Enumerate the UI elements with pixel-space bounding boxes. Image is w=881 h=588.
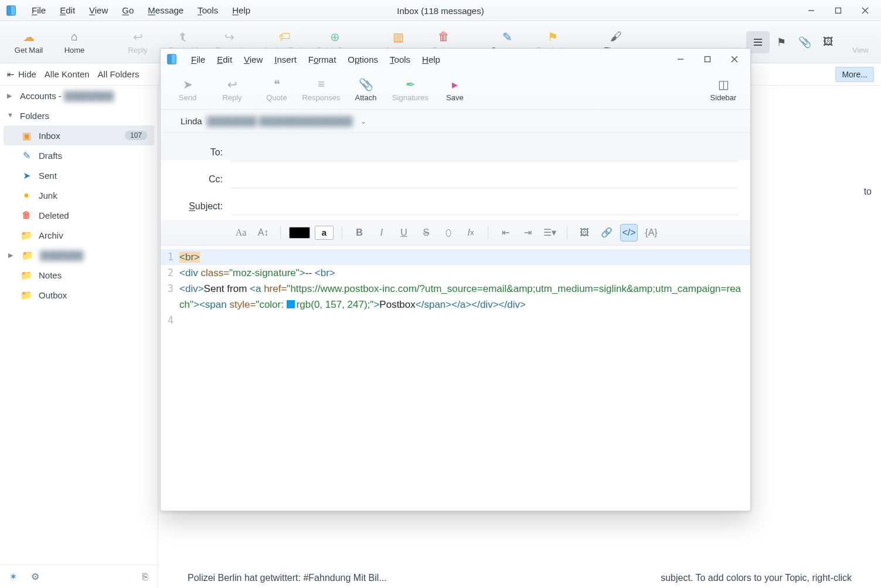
code-token: <div> [179, 283, 204, 294]
strike-button[interactable]: S [417, 224, 435, 242]
menu-file[interactable]: File [185, 52, 211, 67]
sidebar-item-inbox[interactable]: ▣ Inbox 107 [4, 125, 154, 145]
compose-caption-buttons [667, 49, 748, 70]
responses-button[interactable]: ≡Responses [299, 73, 343, 106]
menu-go[interactable]: Go [115, 3, 141, 18]
send-button[interactable]: ➤Send [165, 73, 210, 106]
logout-icon[interactable]: ⎘ [142, 572, 148, 582]
attach-button[interactable]: 📎Attach [343, 73, 388, 106]
home-label: Home [64, 46, 85, 55]
responses-label: Responses [302, 93, 340, 102]
signatures-button[interactable]: ✒Signatures [388, 73, 433, 106]
code-block-button[interactable]: {A} [642, 224, 660, 242]
menu-insert[interactable]: Insert [268, 52, 302, 67]
signatures-label: Signatures [392, 93, 428, 102]
sidebar-item-custom[interactable]: ▶📁███████ [0, 245, 158, 265]
to-row: To: [172, 139, 739, 166]
view-image-button[interactable]: 🖼 [817, 31, 840, 53]
menu-view[interactable]: View [82, 3, 115, 18]
menu-file[interactable]: File [25, 3, 53, 18]
send-label: Send [179, 93, 196, 102]
link-button[interactable]: 🔗 [598, 224, 615, 242]
highlighter-button[interactable]: ⬯ [440, 224, 457, 242]
sidebar-item-label: Archiv [39, 230, 63, 240]
menu-view[interactable]: View [238, 52, 268, 67]
menu-edit[interactable]: Edit [53, 3, 82, 18]
code-token: > [193, 299, 199, 310]
italic-button[interactable]: I [373, 224, 390, 242]
sidebar-toggle-button[interactable]: ◫Sidebar [701, 73, 746, 106]
cc-field[interactable] [231, 171, 739, 188]
sidebar-item-archiv[interactable]: 📁Archiv [0, 225, 158, 245]
folders-header[interactable]: ▼ Folders [0, 106, 158, 125]
sidebar-item-notes[interactable]: 📁Notes [0, 265, 158, 285]
bold-button[interactable]: B [351, 224, 368, 242]
code-token: -- [305, 267, 315, 278]
warning-icon: ● [20, 190, 33, 200]
reply-button[interactable]: ↩Reply [210, 73, 254, 106]
text-color-swatch[interactable] [289, 227, 310, 239]
image-button[interactable]: 🖼 [576, 224, 593, 242]
sidebar-footer: ✶ ⚙ ⎘ [0, 565, 158, 588]
view-label: View [852, 46, 869, 55]
reply-button[interactable]: ↩Reply [115, 25, 161, 60]
settings-sliders-icon[interactable]: ⚙ [31, 571, 39, 582]
subject-field[interactable] [231, 198, 739, 215]
from-name: Linda [181, 116, 202, 126]
chat-icon[interactable]: ✶ [9, 571, 17, 582]
sidebar-item-deleted[interactable]: 🗑Deleted [0, 205, 158, 225]
subject-label: Subject: [172, 201, 231, 212]
close-button[interactable] [721, 50, 748, 69]
quote-button[interactable]: ❝Quote [254, 73, 299, 106]
sidebar-item-drafts[interactable]: ✎Drafts [0, 145, 158, 165]
menu-help[interactable]: Help [416, 52, 446, 67]
hide-sidebar-button[interactable]: ⇤Hide [7, 69, 36, 80]
view-label-button[interactable]: View [846, 25, 875, 60]
all-accounts-tab[interactable]: Alle Konten [45, 69, 90, 79]
code-token: <br> [179, 251, 200, 263]
home-button[interactable]: ⌂Home [52, 25, 97, 60]
reply-label: Reply [128, 46, 147, 55]
menu-edit[interactable]: Edit [211, 52, 238, 67]
menu-format[interactable]: Format [302, 52, 342, 67]
from-row[interactable]: Linda ████████ ███████████████ ⌄ [161, 110, 750, 133]
outdent-button[interactable]: ⇤ [496, 224, 514, 242]
list-button[interactable]: ☰▾ [541, 224, 559, 242]
view-switch: ⚑ 📎 🖼 [746, 31, 840, 53]
menu-tools[interactable]: Tools [191, 3, 225, 18]
save-button[interactable]: ▸Save [433, 73, 477, 106]
menu-tools[interactable]: Tools [384, 52, 416, 67]
sidebar-item-label: Sent [39, 171, 57, 181]
maximize-button[interactable] [825, 1, 852, 20]
get-mail-button[interactable]: ☁Get Mail [6, 25, 52, 60]
clear-format-button[interactable]: Ix [462, 224, 479, 242]
trash-icon: 🗑 [20, 210, 33, 220]
svg-rect-10 [705, 57, 710, 62]
sidebar-item-outbox[interactable]: 📁Outbox [0, 285, 158, 305]
close-button[interactable] [852, 1, 879, 20]
accounts-header[interactable]: ▶ Accounts - ████████ [0, 86, 158, 106]
minimize-button[interactable] [667, 50, 694, 69]
maximize-button[interactable] [694, 50, 721, 69]
source-code-button[interactable]: </> [620, 224, 638, 242]
view-flag-button[interactable]: ⚑ [770, 31, 793, 53]
more-accounts-button[interactable]: More... [835, 67, 874, 82]
font-size-button[interactable]: A↕ [254, 224, 272, 242]
menu-help[interactable]: Help [225, 3, 257, 18]
sidebar-item-junk[interactable]: ●Junk [0, 185, 158, 205]
all-folders-tab[interactable]: All Folders [98, 69, 140, 79]
font-family-button[interactable]: Aa [232, 224, 250, 242]
app-logo-icon [5, 4, 18, 17]
inbox-count-badge: 107 [125, 131, 147, 140]
underline-button[interactable]: U [395, 224, 413, 242]
menu-message[interactable]: Message [141, 3, 191, 18]
sidebar-item-sent[interactable]: ➤Sent [0, 165, 158, 185]
highlight-color-swatch[interactable]: a [315, 226, 334, 240]
minimize-button[interactable] [798, 1, 825, 20]
subject-row: Subject: [172, 193, 739, 220]
view-attach-button[interactable]: 📎 [793, 31, 817, 53]
to-field[interactable] [231, 144, 739, 161]
indent-button[interactable]: ⇥ [519, 224, 536, 242]
html-source-editor[interactable]: 1<br> 2<div class="moz-signature">-- <br… [161, 249, 750, 511]
menu-options[interactable]: Options [342, 52, 384, 67]
